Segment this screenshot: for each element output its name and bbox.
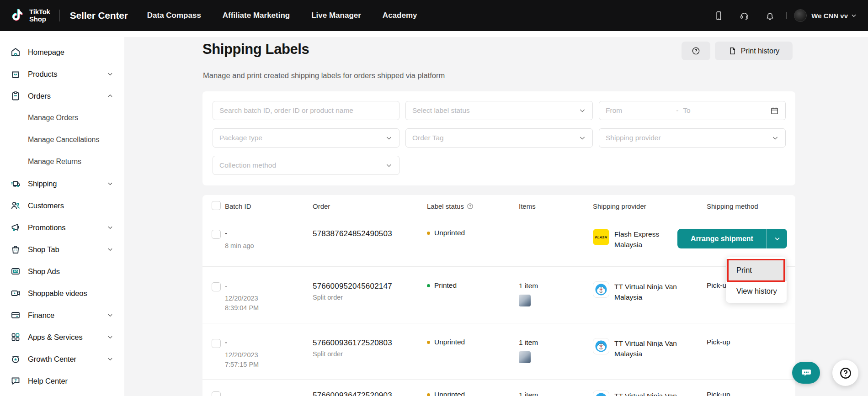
question-circle-icon <box>692 47 700 55</box>
sidebar-item-manage-cancellations[interactable]: Manage Cancellations <box>0 129 124 151</box>
support-headset-icon[interactable] <box>739 11 750 21</box>
seller-center-brand[interactable]: Seller Center <box>70 10 128 21</box>
status-dot <box>427 393 430 396</box>
date-range-picker[interactable]: From - To <box>599 101 786 120</box>
sidebar-item-products[interactable]: Products <box>0 63 124 85</box>
row-checkbox[interactable] <box>212 230 221 239</box>
sidebar-item-manage-orders[interactable]: Manage Orders <box>0 107 124 129</box>
arrange-shipment-button[interactable]: Arrange shipment <box>677 229 787 248</box>
print-history-button[interactable]: Print history <box>715 42 793 60</box>
chevron-down-icon <box>107 246 113 253</box>
nav-divider <box>786 12 787 19</box>
collection-method-select[interactable]: Collection method <box>213 156 399 175</box>
table-row: - 12/20/2023 7:57:15 PM 5766009361725208… <box>202 323 795 379</box>
tiktok-shop-logo[interactable]: TikTok Shop <box>12 8 50 23</box>
order-tag: Split order <box>313 294 392 301</box>
chevron-down-icon <box>107 224 113 231</box>
user-avatar[interactable] <box>794 9 807 22</box>
order-id: 576600936472520903 <box>313 391 392 396</box>
row-checkbox[interactable] <box>212 282 221 291</box>
question-circle-icon[interactable] <box>467 203 474 210</box>
svg-text:?: ? <box>14 378 17 383</box>
sidebar-item-apps-services[interactable]: Apps & Services <box>0 326 124 348</box>
label-status: Unprinted <box>434 229 465 237</box>
help-center-icon: ? <box>10 375 21 386</box>
menu-item-view-history[interactable]: View history <box>726 281 787 301</box>
sidebar-item-shoppable-videos[interactable]: Shoppable videos <box>0 282 124 304</box>
question-circle-icon <box>839 367 852 380</box>
chat-support-button[interactable] <box>792 362 820 384</box>
label-status-select[interactable]: Select label status <box>405 101 593 120</box>
main-content: Shipping Labels Manage and print created… <box>124 31 868 396</box>
package-type-select[interactable]: Package type <box>213 128 399 148</box>
chevron-down-icon <box>107 356 113 362</box>
provider-name: TT Virtual Ninja Van <box>614 391 677 396</box>
nav-item-data-compass[interactable]: Data Compass <box>147 11 201 20</box>
sidebar-item-customers[interactable]: Customers <box>0 195 124 216</box>
sidebar-item-help-center[interactable]: ? Help Center <box>0 370 124 392</box>
select-all-checkbox[interactable] <box>212 201 221 210</box>
order-tag-select[interactable]: Order Tag <box>405 128 593 148</box>
sidebar-navigation: Homepage Products Orders Manage Orders M… <box>0 31 124 396</box>
provider-name: Flash Express Malaysia <box>614 229 659 250</box>
user-menu-chevron-down-icon[interactable] <box>851 12 857 19</box>
chevron-down-icon <box>107 71 113 77</box>
table-row: 576600936472520903 Unprinted 1 item TT V… <box>202 379 795 396</box>
document-icon <box>728 47 737 55</box>
notifications-bell-icon[interactable] <box>765 11 775 21</box>
status-dot <box>427 284 430 287</box>
batch-id: - <box>225 281 281 290</box>
sidebar-item-shop-tab[interactable]: Shop Tab <box>0 238 124 260</box>
user-name[interactable]: We CNN vv <box>811 12 848 20</box>
shipping-provider-select[interactable]: Shipping provider <box>599 128 786 148</box>
ninja-van-logo <box>593 391 609 396</box>
sidebar-item-promotions[interactable]: Promotions <box>0 216 124 238</box>
items-count: 1 item <box>519 281 538 290</box>
sidebar-item-orders[interactable]: Orders <box>0 85 124 107</box>
mobile-app-icon[interactable] <box>714 11 724 21</box>
order-tag: Split order <box>313 350 392 358</box>
top-nav-links: Data Compass Affiliate Marketing Live Ma… <box>147 11 417 20</box>
label-status: Unprinted <box>434 338 465 346</box>
action-dropdown-menu: Print View history <box>726 257 787 303</box>
arrange-shipment-dropdown-toggle[interactable] <box>767 229 787 248</box>
row-checkbox[interactable] <box>212 339 221 348</box>
shipping-method: Pick-up <box>707 391 730 396</box>
nav-item-affiliate-marketing[interactable]: Affiliate Marketing <box>223 11 290 20</box>
order-id: 578387624852490503 <box>313 229 392 238</box>
sidebar-item-shop-ads[interactable]: AD Shop Ads <box>0 260 124 282</box>
tiktok-note-icon <box>12 8 26 23</box>
sidebar-item-homepage[interactable]: Homepage <box>0 41 124 63</box>
calendar-icon <box>770 106 779 115</box>
content-top-strip <box>124 31 868 37</box>
menu-item-print[interactable]: Print <box>726 259 787 281</box>
nav-item-live-manager[interactable]: Live Manager <box>311 11 361 20</box>
logo-wordmark: TikTok Shop <box>29 8 50 23</box>
sidebar-item-shipping[interactable]: Shipping <box>0 173 124 195</box>
row-checkbox[interactable] <box>212 391 221 396</box>
batch-time: 8 min ago <box>225 241 281 251</box>
orders-icon <box>10 90 21 101</box>
order-id: 576600952045602147 <box>313 281 392 291</box>
chevron-down-icon <box>772 134 779 142</box>
status-dot <box>427 341 430 344</box>
table-row: - 12/20/2023 8:39:04 PM 5766009520456021… <box>202 266 795 323</box>
product-thumbnail <box>519 351 531 363</box>
flash-express-logo: FLASH <box>593 229 609 245</box>
shop-tab-bag-icon <box>10 244 21 255</box>
shipping-truck-icon <box>10 178 21 189</box>
chevron-down-icon <box>774 235 781 242</box>
sidebar-item-growth-center[interactable]: Growth Center <box>0 348 124 370</box>
growth-center-icon <box>10 354 21 364</box>
nav-item-academy[interactable]: Academy <box>383 11 417 20</box>
floating-help-button[interactable] <box>832 360 858 386</box>
page-help-button[interactable] <box>682 42 710 60</box>
status-dot <box>427 232 430 235</box>
items-count: 1 item <box>519 391 538 396</box>
products-icon <box>10 69 21 79</box>
page-title: Shipping Labels <box>202 41 309 58</box>
sidebar-item-finance[interactable]: Finance <box>0 304 124 326</box>
chevron-up-icon <box>107 93 113 99</box>
sidebar-item-manage-returns[interactable]: Manage Returns <box>0 151 124 173</box>
search-input[interactable]: Search batch ID, order ID or product nam… <box>213 101 399 120</box>
